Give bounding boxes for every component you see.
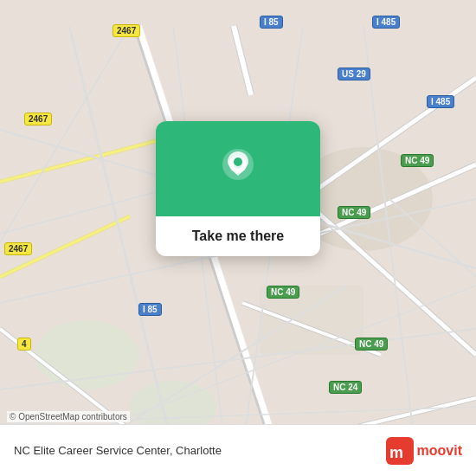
highway-label-i85-top: I 85: [260, 16, 283, 29]
highway-label-i485-r: I 485: [427, 95, 454, 108]
highway-label-nc49-far: NC 49: [401, 154, 434, 167]
moovit-logo: m moovit: [386, 437, 462, 465]
moovit-text: moovit: [417, 443, 462, 459]
map-attribution: © OpenStreetMap contributors: [7, 411, 130, 422]
highway-label-nc24: NC 24: [329, 381, 362, 394]
highway-label-i485-tr: I 485: [372, 16, 400, 29]
highway-label-us29: US 29: [338, 68, 370, 80]
cta-card: Take me there: [156, 121, 320, 256]
cta-card-bottom: Take me there: [156, 216, 320, 256]
highway-label-2467-ml: 2467: [24, 113, 52, 125]
location-label: NC Elite Career Service Center, Charlott…: [14, 444, 222, 457]
highway-label-nc49-r: NC 49: [338, 206, 370, 219]
highway-label-2467-tl: 2467: [113, 24, 140, 37]
take-me-there-button[interactable]: Take me there: [192, 228, 284, 244]
highway-label-i85-bot: I 85: [138, 303, 162, 316]
highway-label-nc49-br: NC 49: [355, 338, 388, 351]
map-container: I 85 I 485 US 29 I 485 2467 2467 2467 I …: [0, 0, 476, 476]
highway-label-nc49-mid: NC 49: [267, 286, 299, 299]
svg-point-45: [234, 158, 242, 166]
moovit-icon: m: [386, 437, 414, 465]
cta-card-top: [156, 121, 320, 216]
bottom-bar: NC Elite Career Service Center, Charlott…: [0, 424, 476, 476]
location-pin-icon: [215, 146, 261, 191]
svg-text:m: m: [389, 444, 403, 461]
highway-label-2467-bl: 2467: [4, 242, 32, 255]
highway-label-route4: 4: [17, 338, 31, 351]
